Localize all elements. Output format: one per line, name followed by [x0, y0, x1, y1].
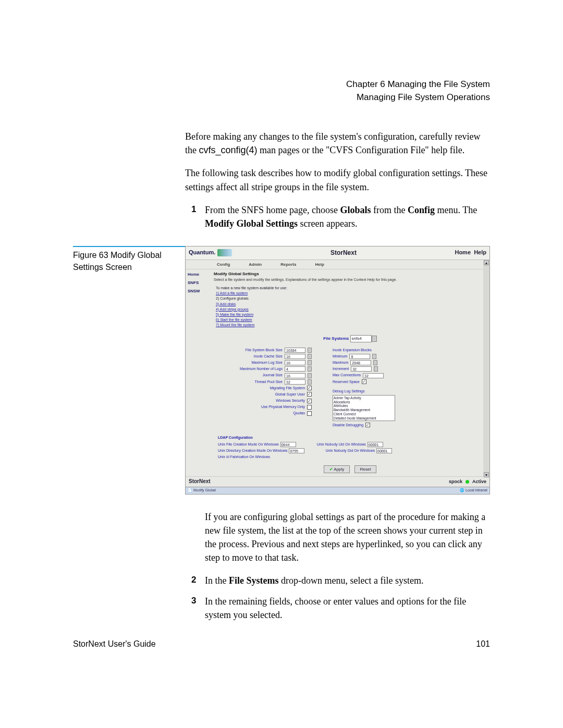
scroll-up-icon[interactable]: ▲	[484, 260, 489, 265]
max-input[interactable]: 2048	[350, 360, 371, 365]
right-options: Inode Expansion Blocks Minimum8 Maximum2…	[333, 348, 395, 429]
min-input[interactable]: 8	[349, 354, 370, 359]
physical-memory-check[interactable]	[307, 405, 312, 410]
intro-paragraph-2: The following task describes how to modi…	[185, 166, 490, 193]
step-link-4[interactable]: 4) Add stripe groups	[216, 307, 249, 311]
apply-button[interactable]: ✔ Apply	[324, 465, 350, 474]
chevron-down-icon[interactable]	[308, 348, 312, 353]
menu-config[interactable]: Config	[217, 262, 230, 268]
chevron-down-icon[interactable]	[308, 366, 312, 372]
windows-security-check[interactable]: ✓	[307, 399, 312, 403]
figure-63: Figure 63 Modify Global Settings Screen …	[73, 246, 490, 495]
journal-size-input[interactable]: 16	[285, 373, 305, 378]
menu-help[interactable]: Help	[315, 262, 324, 268]
footer-guide-name: StorNext User's Guide	[73, 638, 156, 650]
global-superuser-check[interactable]: ✓	[307, 392, 312, 397]
reserved-space-check[interactable]: ✓	[362, 379, 366, 384]
home-help-links: Home Help	[455, 249, 486, 257]
menu-admin[interactable]: Admin	[249, 262, 262, 268]
brand-graphics-icon	[217, 249, 232, 256]
footer-page-number: 101	[476, 638, 490, 650]
sidebar-snfs[interactable]: SNFS	[188, 280, 209, 286]
ss-header: Quantum. StorNext Home Help	[186, 246, 489, 260]
fs-block-size-input[interactable]: 16384	[285, 348, 305, 353]
inode-expansion-hdr: Inode Expansion Blocks	[333, 348, 395, 353]
help-link[interactable]: Help	[474, 249, 486, 255]
debug-log-listbox[interactable]: Admin Tap Activity Allocations Attribute…	[333, 395, 395, 421]
step-link-1[interactable]: 1) Add a file system	[216, 291, 248, 295]
sidebar-snsm[interactable]: SNSM	[188, 288, 209, 294]
max-logs-input[interactable]: 4	[285, 366, 305, 372]
home-link[interactable]: Home	[455, 249, 471, 255]
chevron-down-icon[interactable]	[308, 354, 312, 359]
incr-input[interactable]: 32	[351, 366, 372, 372]
disable-debug-check[interactable]: ✓	[365, 423, 370, 427]
statusbar-right: 🌐 Local intranet	[460, 488, 487, 493]
ldap-config: LDAP Configuration Unix File Creation Mo…	[218, 435, 486, 460]
nobody-gid-input[interactable]: 60001	[376, 448, 392, 453]
figure-caption: Figure 63 Modify Global Settings Screen	[73, 246, 185, 495]
chevron-down-icon[interactable]	[373, 360, 377, 365]
reset-button[interactable]: Reset	[354, 465, 377, 474]
wizard-steps: To make a new file system available for …	[216, 286, 486, 328]
menu-reports[interactable]: Reports	[280, 262, 296, 268]
file-systems-row: File Systems snfs4	[214, 335, 486, 342]
left-options: File System Block Size16384 Inode Cache …	[218, 348, 312, 429]
panel-subtitle: Select a file system and modify the sett…	[214, 277, 486, 282]
step-2: 2 In the File Systems drop-down menu, se…	[191, 574, 490, 587]
chevron-down-icon[interactable]	[308, 373, 312, 378]
status-indicator-icon	[466, 480, 469, 484]
step-link-6[interactable]: 6) Start the file system	[216, 318, 252, 322]
migrating-fs-check[interactable]: ✓	[307, 386, 312, 390]
after-figure-paragraph: If you are configuring global settings a…	[205, 510, 490, 564]
brand-quantum: Quantum.	[189, 249, 232, 257]
app-title: StorNext	[331, 249, 357, 257]
unix-file-mode-input[interactable]: 0644	[280, 442, 296, 447]
max-log-size-input[interactable]: 16	[285, 360, 305, 365]
ss-sidebar: Home SNFS SNSM	[186, 269, 211, 476]
chapter-title: Chapter 6 Managing the File System	[73, 78, 490, 91]
nobody-uid-input[interactable]: 60001	[368, 442, 383, 447]
maxconn-input[interactable]: 32	[363, 373, 384, 378]
file-systems-label: File Systems	[323, 336, 349, 341]
section-title: Managing File System Operations	[73, 91, 490, 104]
step-current-2: 2) Configure globals	[216, 296, 486, 301]
step-1: 1 From the SNFS home page, choose Global…	[191, 203, 490, 230]
chevron-down-icon[interactable]	[372, 354, 376, 359]
unix-dir-mode-input[interactable]: 0755	[289, 448, 304, 453]
thread-pool-input[interactable]: 32	[285, 379, 305, 385]
step-link-3[interactable]: 3) Add disks	[216, 302, 236, 306]
action-buttons: ✔ Apply Reset	[214, 465, 486, 474]
intro-paragraph-1: Before making any changes to the file sy…	[185, 130, 490, 157]
ss-menubar: Config Admin Reports Help	[186, 260, 489, 270]
screenshot-modify-global: Quantum. StorNext Home Help ▲ ▼ Config A…	[185, 246, 490, 495]
chevron-down-icon[interactable]	[308, 360, 312, 365]
chevron-down-icon[interactable]	[374, 366, 378, 372]
step-3: 3 In the remaining fields, choose or ent…	[191, 595, 490, 622]
chevron-down-icon[interactable]	[308, 379, 312, 385]
statusbar-left: 📄 Modify Global	[188, 488, 216, 493]
panel-title: Modify Global Settings	[214, 271, 486, 277]
chevron-down-icon[interactable]	[372, 336, 377, 342]
ss-main-panel: Modify Global Settings Select a file sys…	[211, 269, 489, 476]
footer-brand: StorNext	[189, 478, 211, 486]
ss-statusbar: 📄 Modify Global 🌐 Local intranet	[186, 487, 489, 494]
step-link-7[interactable]: 7) Mount the file system	[216, 323, 254, 327]
chapter-header: Chapter 6 Managing the File System Manag…	[73, 78, 490, 104]
debug-log-hdr: Debug Log Settings	[333, 389, 395, 394]
status-text: Active	[472, 478, 486, 485]
quotas-check[interactable]	[307, 411, 312, 416]
ss-footer: StorNext spock Active	[186, 476, 489, 487]
inode-cache-input[interactable]: 16	[285, 354, 305, 359]
step-link-5[interactable]: 5) Make the file system	[216, 313, 253, 316]
page-footer: StorNext User's Guide 101	[73, 638, 490, 650]
ldap-hdr: LDAP Configuration	[218, 435, 486, 440]
file-systems-select[interactable]: snfs4	[350, 335, 372, 342]
host-name: spock	[449, 478, 462, 485]
sidebar-home[interactable]: Home	[188, 272, 209, 278]
